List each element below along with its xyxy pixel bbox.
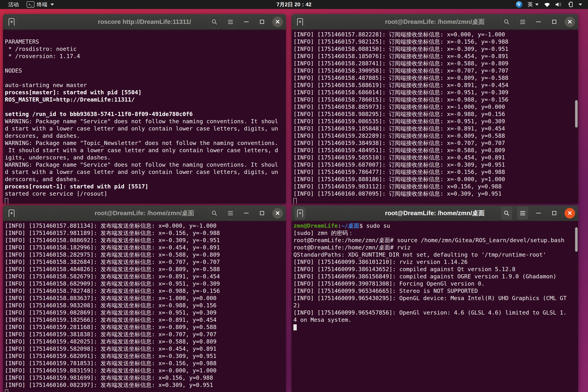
input-method-icon[interactable]: V — [516, 1, 522, 8]
search-button[interactable] — [209, 16, 220, 28]
terminal-line: 2) — [294, 302, 576, 309]
terminal-output[interactable]: [INFO] [1751460157.882228]: 订阅端接收坐标信息: x… — [292, 30, 578, 204]
maximize-icon — [552, 20, 556, 24]
titlebar[interactable]: roscore http://DreamLife:11311/ ✕ — [3, 14, 286, 30]
terminal-line: WARNING: Package name "Service" does not… — [5, 118, 284, 125]
titlebar[interactable]: root@DreamLife: /home/zmn/桌面 ✕ — [292, 14, 578, 30]
terminal-line — [5, 389, 284, 392]
minimize-button[interactable] — [241, 208, 252, 218]
terminal-line: [INFO] [1751460159.482025]: 发布端发送坐标信息: x… — [5, 338, 284, 345]
terminal-line: [INFO] [1751460159.484951]: 订阅端接收坐标信息: x… — [294, 147, 576, 154]
terminal-line: [INFO] [1751460158.682909]: 发布端发送坐标信息: x… — [5, 280, 284, 287]
activities-button[interactable]: 活动 — [7, 0, 20, 8]
terminal-line — [294, 324, 576, 331]
prompt-path: ~/桌面 — [341, 222, 359, 229]
terminal-line: [INFO] [1751460159.981699]: 发布端发送坐标信息: x… — [5, 374, 284, 382]
app-menu[interactable]: >_ 终端 — [26, 1, 54, 8]
terminal-line: [INFO] [1751460099.386101210]: rviz vers… — [294, 258, 576, 266]
terminal-line: [INFO] [1751460158.885973]: 订阅端接收坐标信息: x… — [294, 103, 576, 110]
terminal-line: [INFO] [1751460099.965457856]: OpenGl ve… — [294, 309, 576, 316]
terminal-line: setting /run_id to bbb93638-5741-11f0-8f… — [5, 110, 284, 118]
terminal-line: igits, underscores, and dashes. — [5, 154, 284, 161]
terminal-cursor — [5, 198, 8, 204]
terminal-line: [INFO] [1751460159.883159]: 发布端发送坐标信息: x… — [5, 367, 284, 374]
system-tray[interactable] — [544, 2, 582, 8]
minimize-icon — [244, 22, 248, 22]
minimize-icon — [536, 213, 541, 214]
titlebar[interactable]: root@DreamLife: /home/zmn/桌面 ✕ — [3, 206, 286, 221]
terminal-line: [INFO] [1751460159.282289]: 订阅端接收坐标信息: x… — [294, 132, 576, 140]
scrollbar[interactable] — [575, 100, 578, 128]
terminal-line: 4 on Mesa system. — [294, 316, 576, 324]
terminal-line — [5, 197, 284, 204]
terminal-output[interactable]: PARAMETERS * /rosdistro: noetic * /rosve… — [3, 30, 286, 204]
titlebar[interactable]: root@DreamLife: /home/zmn/桌面 ✕ — [292, 206, 578, 221]
terminal-line: [INFO] [1751460160.087095]: 订阅端接收坐标信息: x… — [294, 190, 576, 197]
maximize-button[interactable] — [549, 208, 560, 218]
maximize-icon — [260, 211, 264, 215]
search-button[interactable] — [501, 16, 512, 28]
terminal-line: [INFO] [1751460099.390781308]: Forcing O… — [294, 280, 576, 287]
new-tab-button[interactable] — [6, 207, 17, 220]
scrollbar[interactable] — [575, 227, 578, 252]
terminal-app-icon: >_ — [26, 1, 34, 8]
input-language-indicator[interactable]: 英 — [528, 1, 539, 8]
close-button[interactable]: ✕ — [564, 208, 575, 218]
terminal-line: [INFO] [1751460158.088692]: 发布端发送坐标信息: x… — [5, 237, 284, 244]
maximize-icon — [552, 211, 556, 215]
new-tab-button[interactable] — [294, 16, 306, 28]
terminal-line — [5, 103, 284, 110]
terminal-line: [INFO] [1751460158.487885]: 订阅端接收坐标信息: x… — [294, 74, 576, 82]
chevron-down-icon — [578, 4, 582, 6]
terminal-line: [INFO] [1751460157.982125]: 订阅端接收坐标信息: x… — [294, 38, 576, 46]
terminal-line: PARAMETERS — [5, 38, 284, 46]
terminal-line: QStandardPaths: XDG_RUNTIME_DIR not set,… — [294, 251, 576, 258]
search-button[interactable] — [501, 207, 512, 220]
terminal-output[interactable]: [INFO] [1751460157.881134]: 发布端发送坐标信息: x… — [3, 221, 286, 392]
minimize-button[interactable] — [533, 208, 544, 218]
terminal-output[interactable]: zmn@DreamLife:~/桌面$ sudo su[sudo] zmn 的密… — [292, 221, 578, 392]
menu-button[interactable] — [225, 16, 236, 28]
close-icon: ✕ — [567, 210, 572, 216]
terminal-line: [INFO] [1751460158.182996]: 发布端发送坐标信息: x… — [5, 244, 284, 251]
maximize-button[interactable] — [257, 17, 267, 27]
close-button[interactable]: ✕ — [272, 17, 283, 27]
menu-button[interactable] — [517, 16, 528, 28]
close-button[interactable]: ✕ — [272, 208, 283, 218]
maximize-button[interactable] — [549, 17, 560, 27]
new-tab-button[interactable] — [6, 16, 17, 28]
clock[interactable]: 7月2日 20：42 — [0, 1, 588, 8]
terminal-line: [INFO] [1751460159.185848]: 订阅端接收坐标信息: x… — [294, 125, 576, 132]
hamburger-menu-icon — [228, 211, 233, 216]
maximize-button[interactable] — [257, 208, 267, 218]
search-button[interactable] — [209, 207, 220, 220]
minimize-button[interactable] — [533, 17, 544, 27]
menu-button[interactable] — [225, 207, 236, 220]
terminal-line: [INFO] [1751460158.588619]: 订阅端接收坐标信息: x… — [294, 82, 576, 89]
close-button[interactable]: ✕ — [564, 17, 575, 27]
terminal-cursor — [294, 324, 297, 330]
terminal-line: [INFO] [1751460157.981189]: 发布端发送坐标信息: x… — [5, 230, 284, 237]
terminal-line: process[master]: started with pid [5504] — [5, 89, 284, 96]
window-active-terminal: root@DreamLife: /home/zmn/桌面 ✕ zmn@Dream… — [292, 206, 578, 392]
menu-button[interactable] — [517, 207, 528, 220]
terminal-line: [INFO] [1751460158.288741]: 订阅端接收坐标信息: x… — [294, 60, 576, 67]
chevron-down-icon — [535, 4, 539, 6]
minimize-button[interactable] — [241, 17, 252, 27]
app-menu-label: 终端 — [37, 1, 47, 8]
terminal-line: [INFO] [1751460158.088150]: 订阅端接收坐标信息: x… — [294, 46, 576, 52]
desktop: roscore http://DreamLife:11311/ ✕ PARAME… — [0, 9, 588, 392]
search-icon — [504, 19, 510, 25]
terminal-line: derscores, and dashes. — [5, 132, 284, 140]
terminal-line — [5, 31, 284, 38]
terminal-line: * /rosversion: 1.17.4 — [5, 52, 284, 60]
terminal-line: [INFO] [1751460159.384938]: 订阅端接收坐标信息: x… — [294, 140, 576, 147]
new-tab-icon — [8, 210, 14, 217]
terminal-line: WARNING: Package name "Service" does not… — [5, 161, 284, 168]
terminal-line: auto-starting new master — [5, 82, 284, 89]
wifi-icon — [544, 2, 550, 8]
terminal-line: [INFO] [1751460158.390958]: 订阅端接收坐标信息: x… — [294, 67, 576, 74]
new-tab-button[interactable] — [294, 207, 306, 220]
new-tab-icon — [8, 18, 14, 26]
terminal-line: [INFO] [1751460158.988295]: 订阅端接收坐标信息: x… — [294, 110, 576, 118]
